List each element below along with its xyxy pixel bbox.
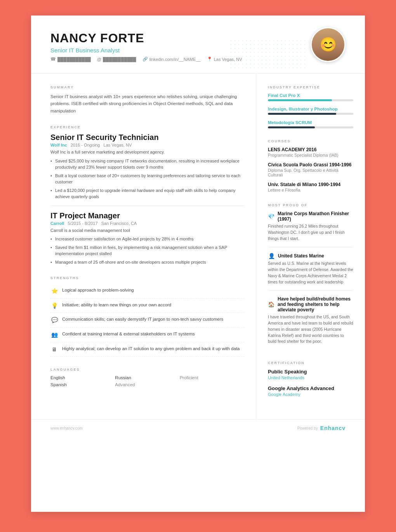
- skill-bar-fill: [268, 99, 332, 101]
- languages-grid: English Russian Proficient Spanish Advan…: [50, 375, 244, 387]
- skill-name: Final Cut Pro X: [268, 93, 353, 98]
- proud-marine: 👤 United States Marine Served as U.S. Ma…: [268, 253, 353, 291]
- person-icon: 👤: [268, 253, 275, 259]
- phone-contact: ☎ ███████████: [50, 57, 91, 62]
- footer-powered: Powered by Enhancv: [297, 425, 346, 431]
- strength-item: ⭐ Logical approach to problem-solving: [50, 284, 244, 299]
- skill-bar-fill: [268, 113, 336, 115]
- course-sub: Lettere e Filosofia: [268, 188, 353, 192]
- cert-title: Public Speaking: [268, 369, 353, 375]
- cert-org: Google Academy: [268, 392, 353, 397]
- skill-bar-fill: [268, 126, 315, 128]
- at-icon: @: [97, 57, 101, 62]
- course-title: Civica Scuola Paolo Grassi 1994-1996: [268, 162, 353, 168]
- star-icon: ⭐: [50, 287, 58, 295]
- linkedin-icon: 🔗: [142, 57, 148, 62]
- house-icon: 🏠: [268, 301, 274, 307]
- chat-icon: 💬: [50, 316, 58, 324]
- bulb-icon: 💡: [50, 302, 58, 310]
- strength-item: 💡 Initiative; ability to learn new thing…: [50, 299, 244, 313]
- skill-final-cut: Final Cut Pro X: [268, 93, 353, 101]
- main-content: SUMMARY Senior IT business analyst with …: [31, 74, 365, 419]
- certification-label: CERTIFICATION: [268, 361, 353, 365]
- certification-section: CERTIFICATION Public Speaking United Net…: [268, 361, 353, 397]
- skill-bar-bg: [268, 99, 353, 101]
- lang-russian-level: Proficient: [180, 375, 244, 380]
- courses-label: COURSES: [268, 139, 353, 143]
- email-contact: @ ███████████: [97, 57, 136, 62]
- job-2-bullets: Increased customer satisfaction on Agile…: [50, 236, 244, 265]
- right-column: INDUSTRY EXPERTISE Final Cut Pro X Indes…: [256, 74, 365, 419]
- bullet-item: Built a loyal customer base of 20+ custo…: [50, 173, 244, 185]
- job-2-company: Carroll 5/2015 - 8/2017 San Francisco, C…: [50, 221, 244, 226]
- job-2-title: IT Project Manager: [50, 211, 244, 220]
- experience-label: EXPERIENCE: [50, 125, 244, 129]
- left-column: SUMMARY Senior IT business analyst with …: [31, 74, 256, 419]
- lang-spanish-level: Advanced: [115, 382, 179, 387]
- bullet-item: Saved $25,000 by revising company IT net…: [50, 158, 244, 171]
- proud-title: Have helped build/rebuild homes and feed…: [278, 296, 353, 313]
- job-1: Senior IT Security Technician Wolf Inc 2…: [50, 133, 244, 200]
- languages-label: LANGUAGES: [50, 368, 244, 371]
- course-title: LENS ACADEMY 2016: [268, 147, 353, 152]
- languages-section: LANGUAGES English Russian Proficient Spa…: [50, 368, 244, 387]
- course-lens: LENS ACADEMY 2016 Programmatic Specialis…: [268, 147, 353, 157]
- job-1-company: Wolf Inc 2016 - Ongoing Las Vegas, NV: [50, 143, 244, 147]
- diamond-icon: 💎: [268, 213, 274, 219]
- proud-text: I have traveled throughout the US, and S…: [268, 314, 353, 345]
- enhancv-logo: Enhancv: [320, 425, 346, 431]
- strength-item: 🖥 Highly analytical; can develop an IT s…: [50, 342, 244, 357]
- bullet-item: Managed a team of 25 off-shore and on-si…: [50, 259, 244, 266]
- divider: [50, 206, 244, 206]
- footer-url: www.enhancv.com: [50, 426, 83, 430]
- proud-homes: 🏠 Have helped build/rebuild homes and fe…: [268, 296, 353, 350]
- bullet-item: Saved the firm $1 million in fees, by im…: [50, 244, 244, 257]
- skill-bar-bg: [268, 113, 353, 115]
- avatar: 😊: [311, 27, 346, 62]
- skill-indesign: Indesign, Illustrator y Photoshop: [268, 107, 353, 115]
- job-1-desc: Wolf Inc is a full service marketing and…: [50, 149, 244, 155]
- most-proud-section: MOST PROUD OF 💎 Marine Corps Marathon Fi…: [268, 203, 353, 350]
- skill-name: Metodología SCRUM: [268, 120, 353, 125]
- lang-russian: Russian: [115, 375, 179, 380]
- strength-item: 💬 Communication skills; can easily demys…: [50, 313, 244, 328]
- lang-english: English: [50, 375, 115, 380]
- bullet-item: Led a $120,000 project to upgrade intern…: [50, 187, 244, 200]
- courses-section: COURSES LENS ACADEMY 2016 Programmatic S…: [268, 139, 353, 192]
- proud-header: 💎 Marine Corps Marathon Finisher (1997): [268, 211, 353, 222]
- cert-public-speaking: Public Speaking United Netherlands: [268, 369, 353, 380]
- linkedin-contact: 🔗 linkedin.com/in/__NAME__: [142, 57, 201, 62]
- proud-header: 👤 United States Marine: [268, 253, 353, 259]
- strength-item: 👥 Confident at training internal & exter…: [50, 328, 244, 342]
- strengths-label: STRENGTHS: [50, 276, 244, 280]
- proud-title: Marine Corps Marathon Finisher (1997): [278, 211, 353, 222]
- header-section: NANCY FORTE Senior IT Business Analyst ☎…: [31, 16, 365, 74]
- summary-text: Senior IT business analyst with 10+ year…: [50, 93, 244, 114]
- cert-title: Google Analytics Advanced: [268, 385, 353, 391]
- proud-marathon: 💎 Marine Corps Marathon Finisher (1997) …: [268, 211, 353, 247]
- job-1-title: Senior IT Security Technician: [50, 133, 244, 142]
- cert-google-analytics: Google Analytics Advanced Google Academy: [268, 385, 353, 397]
- course-sub: Programmatic Specialist Diploma (IAB): [268, 153, 353, 157]
- footer: www.enhancv.com Powered by Enhancv: [31, 419, 365, 437]
- job-1-bullets: Saved $25,000 by revising company IT net…: [50, 158, 244, 200]
- avatar-image: 😊: [312, 28, 344, 61]
- cert-org: United Netherlands: [268, 375, 353, 380]
- summary-section: SUMMARY Senior IT business analyst with …: [50, 85, 244, 114]
- strengths-section: STRENGTHS ⭐ Logical approach to problem-…: [50, 276, 244, 357]
- course-civica: Civica Scuola Paolo Grassi 1994-1996 Dip…: [268, 162, 353, 177]
- industry-expertise-section: INDUSTRY EXPERTISE Final Cut Pro X Indes…: [268, 85, 353, 128]
- location-icon: 📍: [207, 57, 212, 62]
- summary-label: SUMMARY: [50, 85, 244, 89]
- job-2: IT Project Manager Carroll 5/2015 - 8/20…: [50, 211, 244, 266]
- people-icon: 👥: [50, 331, 58, 339]
- course-milano: Univ. Statale di Milano 1990-1994 Letter…: [268, 182, 353, 192]
- phone-icon: ☎: [50, 57, 56, 62]
- industry-expertise-label: INDUSTRY EXPERTISE: [268, 85, 353, 89]
- job-2-desc: Carroll is a social media management too…: [50, 227, 244, 234]
- proud-text: Finished running 26.2 Miles throughout W…: [268, 223, 353, 242]
- lang-spanish: Spanish: [50, 382, 115, 387]
- skill-name: Indesign, Illustrator y Photoshop: [268, 107, 353, 111]
- resume-card: NANCY FORTE Senior IT Business Analyst ☎…: [31, 16, 365, 512]
- proud-text: Served as U.S. Marine at the highest lev…: [268, 261, 353, 285]
